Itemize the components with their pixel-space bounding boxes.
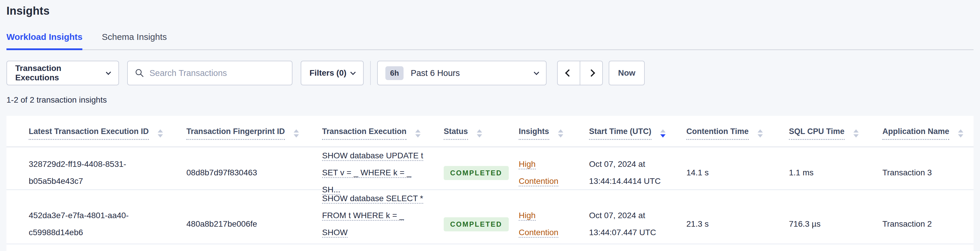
sort-icon-active-desc (660, 129, 665, 137)
table-row: 452da3e7-e7fa-4801-aa40-c59988d14eb6 480… (6, 190, 974, 244)
sort-icon (477, 129, 482, 137)
filters-button-label: Filters (0) (309, 68, 347, 78)
status-badge: COMPLETED (444, 217, 509, 231)
tab-workload-insights[interactable]: Workload Insights (6, 32, 82, 50)
time-range-badge: 6h (385, 66, 404, 80)
cell-sql-cpu-time: 1.1 ms (789, 164, 882, 181)
column-header-start-time[interactable]: Start Time (UTC) (589, 123, 686, 140)
cell-start-time: Oct 07, 2024 at 13:44:14.4414 UTC (589, 156, 686, 190)
chevron-down-icon (350, 69, 355, 75)
tab-bar: Workload Insights Schema Insights (6, 32, 974, 50)
sort-icon (757, 129, 763, 137)
insights-page: Insights Workload Insights Schema Insigh… (0, 0, 980, 251)
column-header-status[interactable]: Status (444, 123, 519, 140)
chevron-left-icon (565, 69, 572, 77)
time-range-next-button[interactable] (580, 61, 603, 85)
sort-icon (958, 129, 963, 137)
transaction-execution-link[interactable]: SHOW database UPDATE t SET v = _ WHERE k… (322, 151, 423, 195)
column-header-application-name[interactable]: Application Name (882, 123, 974, 140)
cell-application-name: Transaction 3 (882, 164, 974, 181)
status-badge: COMPLETED (444, 166, 509, 180)
tab-schema-insights[interactable]: Schema Insights (102, 32, 167, 50)
cell-fingerprint-id: 08d8b7d97f830463 (186, 164, 322, 181)
column-header-contention-time[interactable]: Contention Time (686, 123, 789, 140)
column-header-transaction-execution[interactable]: Transaction Execution (322, 123, 444, 140)
table-header-row: Latest Transaction Execution ID Transact… (6, 116, 974, 147)
chevron-down-icon (534, 69, 539, 75)
column-header-transaction-fingerprint-id[interactable]: Transaction Fingerprint ID (186, 123, 322, 140)
page-title: Insights (6, 0, 974, 17)
filters-button[interactable]: Filters (0) (301, 61, 364, 85)
cell-contention-time: 14.1 s (686, 164, 789, 181)
toolbar-divider (370, 61, 371, 85)
column-header-insights[interactable]: Insights (519, 123, 589, 140)
time-range-picker[interactable]: 6h Past 6 Hours (377, 61, 547, 85)
now-button[interactable]: Now (609, 61, 645, 85)
chevron-right-icon (588, 69, 595, 77)
cell-contention-time: 21.3 s (686, 216, 789, 232)
table-row: 328729d2-ff19-4408-8531-b05a5b4e43c7 08d… (6, 147, 974, 190)
cell-start-time: Oct 07, 2024 at 13:44:07.447 UTC (589, 207, 686, 241)
cell-fingerprint-id: 480a8b217be006fe (186, 216, 322, 232)
chevron-down-icon (106, 69, 111, 75)
time-range-label: Past 6 Hours (410, 68, 460, 78)
insight-type-dropdown[interactable]: Transaction Executions (6, 61, 119, 85)
sort-icon (415, 129, 420, 137)
cell-execution-id: 328729d2-ff19-4408-8531-b05a5b4e43c7 (29, 156, 186, 190)
time-range-pager (557, 61, 603, 85)
sort-icon (853, 129, 859, 137)
column-header-sql-cpu-time[interactable]: SQL CPU Time (789, 123, 882, 140)
insight-link[interactable]: High Contention (519, 211, 558, 238)
results-summary: 1-2 of 2 transaction insights (6, 95, 974, 105)
cell-sql-cpu-time: 716.3 µs (789, 216, 882, 232)
insights-table-card: Latest Transaction Execution ID Transact… (6, 116, 974, 251)
toolbar: Transaction Executions Filters (0) 6h Pa… (6, 61, 974, 85)
insight-link[interactable]: High Contention (519, 160, 558, 187)
time-range-prev-button[interactable] (557, 61, 580, 85)
sort-icon (558, 129, 563, 137)
transaction-execution-link[interactable]: SHOW database SELECT * FROM t WHERE k = … (322, 194, 423, 251)
sort-icon (294, 129, 299, 137)
insight-type-dropdown-label: Transaction Executions (15, 64, 101, 82)
search-box[interactable] (127, 61, 293, 85)
search-input[interactable] (150, 68, 285, 78)
sort-icon (158, 129, 163, 137)
cell-execution-id: 452da3e7-e7fa-4801-aa40-c59988d14eb6 (29, 207, 186, 241)
column-header-latest-transaction-execution-id[interactable]: Latest Transaction Execution ID (29, 123, 186, 140)
cell-application-name: Transaction 2 (882, 216, 974, 232)
search-icon (135, 68, 144, 78)
